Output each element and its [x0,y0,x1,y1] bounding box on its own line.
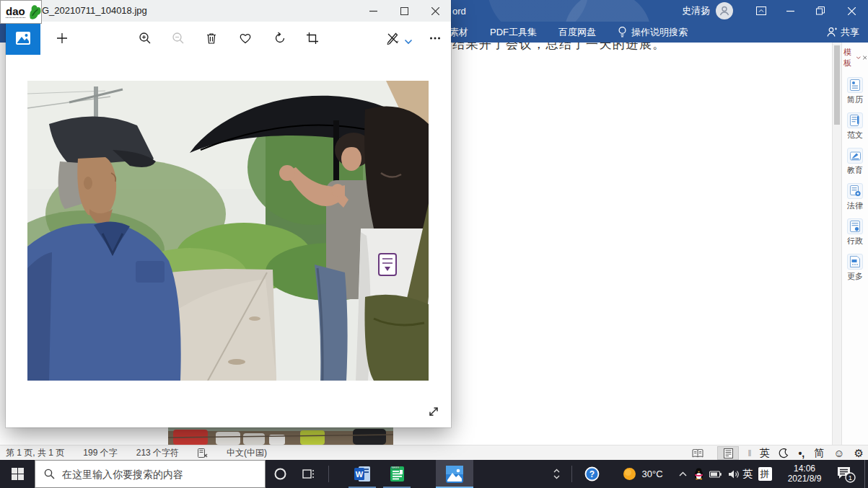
taskbar-clock[interactable]: 14:06 2021/8/9 [783,463,826,484]
desktop-screen: ord 史清扬 [0,0,868,488]
taskbar-search-box[interactable] [35,460,266,488]
law-doc-icon [847,183,863,199]
word-restore-button[interactable] [805,0,835,22]
see-more-icon[interactable] [429,32,442,45]
tab-pdf-tools[interactable]: PDF工具集 [490,26,537,39]
photo-image[interactable] [27,81,429,381]
zoom-out-icon[interactable] [172,32,185,45]
svg-text:NEWS: NEWS [391,466,399,469]
photos-maximize-button[interactable] [389,0,420,22]
ime-punctuation-toggle[interactable]: •, [798,448,805,459]
ribbon-display-options-button[interactable] [746,0,776,22]
help-tray-icon[interactable]: ? [582,460,602,488]
taskbar-scroll-chevrons[interactable] [548,460,564,488]
taskbar-photos-button[interactable] [436,460,473,488]
scrollbar-thumb[interactable] [834,45,840,125]
document-embedded-photo[interactable] [168,427,393,445]
tell-me-search[interactable]: 操作说明搜索 [618,26,688,39]
photos-toolbar [6,22,451,55]
taskbar-separator [328,466,329,482]
ime-toolbar: ‖ 英 •, 简 ☺ ⚙ [748,447,864,460]
tray-ime-language[interactable]: 英 [740,460,755,488]
cortana-button[interactable] [268,460,291,488]
photos-app-logo-icon[interactable] [6,22,40,55]
proofing-error-icon[interactable] [198,448,208,458]
notification-badge: 1 [848,474,851,482]
sidebar-item-administrative[interactable]: 行政 [847,218,863,247]
sidebar-item-education[interactable]: 教育 [847,148,863,176]
sample-doc-icon [847,112,863,128]
sidebar-item-more[interactable]: 更多 [847,254,863,282]
weather-sun-icon[interactable] [621,460,638,488]
svg-text:?: ? [589,469,594,479]
dao-label: dao [6,6,25,19]
battery-tray-icon[interactable] [707,460,723,488]
person-icon [719,5,730,17]
photos-window: G_20210711_104018.jpg [6,0,451,427]
word-user-name[interactable]: 史清扬 [682,4,710,17]
photos-app-icon [445,465,464,484]
share-button[interactable]: 共享 [827,22,859,43]
dao-green-logo-icon [28,4,41,20]
action-center-button[interactable]: 1 [831,460,860,488]
ime-charset-toggle[interactable]: 简 [814,447,824,460]
taskbar-word-button[interactable]: W [345,460,380,488]
word-minimize-button[interactable] [776,0,805,22]
chevron-down-icon[interactable] [856,56,860,60]
taskbar: W NEWS ? 30°C [0,460,868,488]
photos-content-area [6,55,451,427]
more-doc-icon [847,254,863,270]
template-sidebar: 模板 简历 范文 教育 法律 [841,43,868,445]
delete-icon[interactable] [205,32,218,45]
add-to-album-icon[interactable] [56,32,69,45]
print-layout-button[interactable] [717,446,739,460]
ime-drag-handle[interactable]: ‖ [748,448,750,458]
svg-text:W: W [355,470,363,479]
sidebar-item-sample-docs[interactable]: 范文 [847,112,863,141]
ime-fullwidth-moon-icon[interactable] [779,448,789,458]
ime-settings-gear-icon[interactable]: ⚙ [854,447,864,460]
start-button[interactable] [0,460,35,488]
show-desktop-strip[interactable] [864,460,868,488]
read-mode-button[interactable] [687,446,709,460]
search-input[interactable] [62,469,242,480]
language-indicator[interactable]: 中文(中国) [227,447,267,459]
zoom-in-icon[interactable] [139,32,152,45]
search-icon [44,469,55,479]
word-close-button[interactable] [835,0,868,22]
word-count[interactable]: 199 个字 [83,447,117,459]
photos-close-button[interactable] [420,0,451,22]
close-panel-icon[interactable] [863,55,867,61]
document-vertical-scrollbar[interactable] [832,43,841,445]
user-avatar[interactable] [716,2,733,19]
weather-temperature[interactable]: 30°C [638,460,667,488]
word-title-fragment: ord [452,6,466,17]
taskbar-news-button[interactable]: NEWS [380,460,414,488]
tray-separator [571,466,572,482]
tray-ime-mode[interactable]: 拼 [756,460,773,488]
char-count[interactable]: 213 个字符 [136,447,179,459]
expand-fullscreen-icon[interactable] [427,405,440,418]
photos-window-title: G_20210711_104018.jpg [42,5,147,16]
edit-dropdown-chevron-icon[interactable] [404,35,413,48]
clock-time: 14:06 [783,463,826,474]
crop-icon[interactable] [306,32,319,45]
sidebar-item-resume[interactable]: 简历 [847,77,863,105]
resume-doc-icon [847,77,863,93]
task-view-button[interactable] [296,460,320,488]
page-indicator[interactable]: 第 1 页, 共 1 页 [6,447,64,459]
show-hidden-icons-chevron[interactable] [675,460,690,488]
qq-penguin-tray-icon[interactable] [691,460,706,488]
favorite-heart-icon[interactable] [239,32,252,45]
ime-language-toggle[interactable]: 英 [759,447,769,460]
sidebar-item-law[interactable]: 法律 [847,183,863,211]
tab-baidu-netdisk[interactable]: 百度网盘 [558,26,596,39]
rotate-icon[interactable] [273,32,286,45]
ime-emoji-button[interactable]: ☺ [833,447,844,459]
photos-minimize-button[interactable] [358,0,389,22]
word-app-icon: W [354,465,372,483]
dao-floating-badge[interactable]: dao [0,0,42,24]
photos-titlebar[interactable]: G_20210711_104018.jpg [6,0,451,22]
edit-create-icon[interactable] [386,32,399,45]
word-status-bar: 第 1 页, 共 1 页 199 个字 213 个字符 中文(中国) ‖ 英 •… [0,445,868,460]
